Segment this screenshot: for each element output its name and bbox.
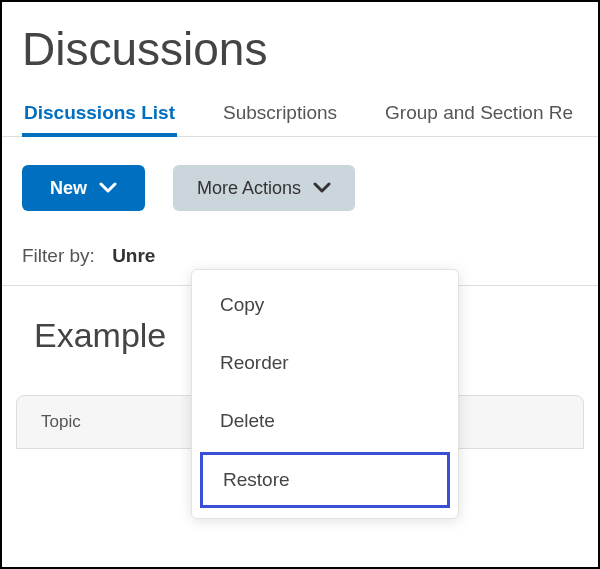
tab-discussions-list[interactable]: Discussions List <box>22 94 177 136</box>
toolbar: New More Actions <box>2 137 598 239</box>
tab-group-section[interactable]: Group and Section Re <box>383 94 575 136</box>
page-title: Discussions <box>2 2 598 94</box>
menu-item-reorder[interactable]: Reorder <box>192 334 458 392</box>
chevron-down-icon <box>313 178 331 199</box>
table-column-topic: Topic <box>41 412 81 431</box>
new-button[interactable]: New <box>22 165 145 211</box>
new-button-label: New <box>50 178 87 199</box>
menu-item-copy[interactable]: Copy <box>192 276 458 334</box>
more-actions-button[interactable]: More Actions <box>173 165 355 211</box>
filter-value-unread[interactable]: Unre <box>112 245 155 266</box>
more-actions-label: More Actions <box>197 178 301 199</box>
menu-item-restore[interactable]: Restore <box>200 452 450 508</box>
menu-item-delete[interactable]: Delete <box>192 392 458 450</box>
tabs-bar: Discussions List Subscriptions Group and… <box>2 94 598 137</box>
tab-subscriptions[interactable]: Subscriptions <box>221 94 339 136</box>
more-actions-menu: Copy Reorder Delete Restore <box>191 269 459 519</box>
chevron-down-icon <box>99 178 117 199</box>
filter-label: Filter by: <box>22 245 95 266</box>
